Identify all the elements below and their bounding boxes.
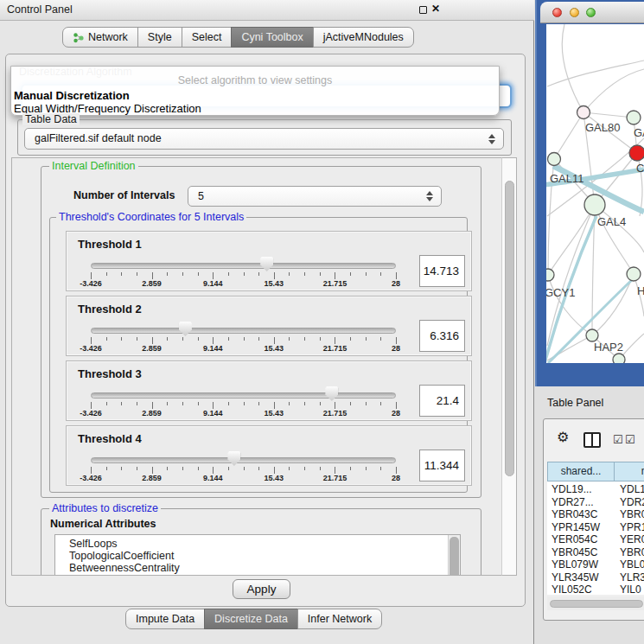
- table-row[interactable]: YBR043CYBR0: [547, 508, 644, 521]
- network-node-gal[interactable]: [627, 111, 641, 124]
- table-row[interactable]: YDL19...YDL1: [547, 483, 644, 496]
- attribute-list-item[interactable]: SelfLoops: [69, 538, 118, 550]
- algorithm-option-equal-width[interactable]: Equal Width/Frequency Discretization: [14, 102, 201, 114]
- cell-name[interactable]: YBL0: [620, 558, 644, 571]
- cell-name[interactable]: YPR1: [620, 521, 644, 533]
- threshold-4-slider[interactable]: [91, 457, 396, 463]
- threshold-4-slider-thumb[interactable]: [227, 451, 240, 466]
- table-row[interactable]: YLR345WYLR3: [547, 571, 644, 584]
- number-of-intervals-label: Number of Intervals: [73, 189, 175, 201]
- minimize-traffic-light[interactable]: [570, 8, 579, 17]
- table-row[interactable]: YBR045CYBR0: [547, 546, 644, 559]
- threshold-1-slider-thumb[interactable]: [260, 257, 273, 271]
- algorithm-option-manual[interactable]: Manual Discretization: [14, 89, 130, 101]
- algorithm-hint: Select algorithm to view settings: [11, 74, 499, 86]
- attribute-list-item[interactable]: TopologicalCoefficient: [69, 550, 174, 562]
- threshold-2-slider-thumb[interactable]: [179, 322, 192, 336]
- node-label: GAL11: [550, 172, 584, 185]
- scale-tick-label: 21.715: [323, 344, 348, 353]
- tab-label: Select: [192, 28, 222, 48]
- table-row[interactable]: YBL079WYBL0: [547, 558, 644, 571]
- scale-tick-label: 9.144: [203, 474, 223, 482]
- table-row[interactable]: YER054CYER0: [547, 533, 644, 546]
- cell-shared-name[interactable]: YBR043C: [552, 508, 597, 520]
- tab-discretize-data[interactable]: Discretize Data: [204, 609, 298, 629]
- table-data-value: galFiltered.sif default node: [35, 132, 162, 144]
- table-row[interactable]: YIL052CYIL0: [547, 583, 644, 595]
- network-node-hap2[interactable]: [586, 329, 598, 341]
- cell-name[interactable]: YBR0: [620, 546, 644, 558]
- threshold-4-panel: Threshold 4 -3.4262.8599.14415.4321.7152…: [66, 425, 472, 486]
- tab-jactivemnodules[interactable]: jActiveMNodules: [313, 27, 414, 48]
- cell-shared-name[interactable]: YBR045C: [552, 546, 597, 558]
- cell-shared-name[interactable]: YDR27...: [552, 496, 594, 508]
- close-icon[interactable]: ✕: [431, 3, 440, 15]
- checkbox-icon[interactable]: ☑: [625, 433, 635, 446]
- cell-name[interactable]: YBR0: [620, 508, 644, 520]
- top-tab-bar: NetworkStyleSelectCyni ToolboxjActiveMNo…: [62, 27, 414, 48]
- network-node-gcy1[interactable]: [546, 269, 554, 281]
- zoom-traffic-light[interactable]: [586, 8, 596, 17]
- list-scrollbar[interactable]: [448, 535, 460, 576]
- column-header-shared-name[interactable]: shared...: [547, 462, 615, 481]
- apply-button[interactable]: Apply: [233, 579, 290, 599]
- cell-name[interactable]: YIL0: [620, 583, 641, 595]
- threshold-3-value-field[interactable]: 21.4: [419, 385, 465, 417]
- network-node-h[interactable]: [627, 267, 641, 281]
- gear-icon[interactable]: ⚙: [557, 429, 569, 445]
- threshold-coordinates-label: Threshold's Coordinates for 5 Intervals: [56, 211, 246, 223]
- float-window-icon[interactable]: [419, 6, 427, 14]
- threshold-2-value-field[interactable]: 6.316: [419, 320, 465, 352]
- network-node-gal11[interactable]: [548, 153, 561, 166]
- tab-infer-network[interactable]: Infer Network: [297, 609, 382, 629]
- cell-shared-name[interactable]: YBL079W: [552, 558, 598, 571]
- cell-name[interactable]: YDR2: [620, 496, 644, 508]
- vertical-scrollbar-thumb[interactable]: [505, 181, 514, 476]
- scale-tick-label: 21.715: [323, 279, 348, 288]
- node-label: C: [636, 162, 644, 175]
- number-of-intervals-combobox[interactable]: 5: [188, 186, 442, 207]
- cell-shared-name[interactable]: YDL19...: [552, 483, 592, 495]
- checkbox-icon[interactable]: ☑: [613, 433, 623, 446]
- table-data-combobox[interactable]: galFiltered.sif default node: [24, 128, 504, 150]
- threshold-1-value-field[interactable]: 14.713: [419, 255, 465, 287]
- network-node-c[interactable]: [629, 145, 644, 161]
- threshold-1-slider[interactable]: [91, 263, 396, 269]
- tab-cyni-toolbox[interactable]: Cyni Toolbox: [231, 27, 313, 48]
- cell-name[interactable]: YER0: [620, 533, 644, 545]
- cell-shared-name[interactable]: YPR145W: [552, 521, 600, 533]
- tab-network[interactable]: Network: [62, 27, 138, 48]
- threshold-2-slider[interactable]: [91, 328, 396, 334]
- threshold-3-slider[interactable]: [91, 392, 396, 399]
- threshold-1-panel: Threshold 1 -3.4262.8599.14415.4321.7152…: [66, 231, 472, 291]
- tab-select[interactable]: Select: [182, 27, 233, 48]
- horizontal-scrollbar-thumb[interactable]: [550, 600, 643, 608]
- network-canvas[interactable]: GAL80GALCGAL11GAL4GCY1HHAP2: [546, 24, 644, 363]
- cell-shared-name[interactable]: YIL052C: [552, 583, 592, 595]
- cell-name[interactable]: YDL1: [620, 483, 644, 495]
- attribute-list-item[interactable]: BetweennessCentrality: [69, 562, 180, 574]
- threshold-2-label: Threshold 2: [78, 303, 142, 316]
- tab-style[interactable]: Style: [137, 27, 182, 48]
- table-row[interactable]: YPR145WYPR1: [547, 521, 644, 534]
- threshold-4-value-field[interactable]: 11.344: [419, 450, 465, 481]
- list-scrollbar-thumb[interactable]: [450, 537, 459, 576]
- column-header-name[interactable]: n: [614, 462, 644, 481]
- network-node-gal4[interactable]: [584, 194, 605, 215]
- tab-impute-data[interactable]: Impute Data: [125, 609, 205, 629]
- scale-tick-label: 21.715: [323, 409, 348, 418]
- table-row[interactable]: YDR27...YDR2: [547, 496, 644, 509]
- network-node-gal80[interactable]: [577, 106, 590, 119]
- cell-shared-name[interactable]: YLR345W: [552, 571, 599, 583]
- network-node[interactable]: [613, 354, 625, 363]
- cell-shared-name[interactable]: YER054C: [552, 533, 597, 545]
- threshold-3-slider-thumb[interactable]: [325, 386, 338, 401]
- cell-name[interactable]: YLR3: [620, 571, 644, 583]
- bottom-tab-bar: Impute DataDiscretize DataInfer Network: [125, 609, 382, 629]
- threshold-1-label: Threshold 1: [78, 238, 142, 251]
- close-traffic-light[interactable]: [552, 8, 562, 17]
- numerical-attributes-list[interactable]: SelfLoopsTopologicalCoefficientBetweenne…: [54, 534, 461, 576]
- tab-label: Style: [148, 28, 172, 48]
- vertical-scrollbar[interactable]: [501, 157, 517, 576]
- column-layout-icon[interactable]: [583, 432, 601, 448]
